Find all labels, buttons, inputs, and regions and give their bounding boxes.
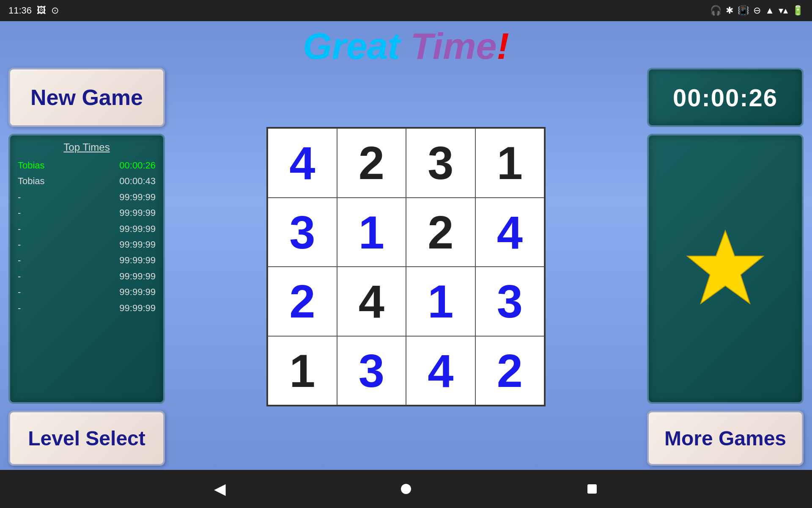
times-row: Tobias00:00:43 bbox=[18, 173, 156, 189]
sync-icon: ⊙ bbox=[51, 5, 59, 16]
times-value: 99:99:99 bbox=[119, 221, 156, 237]
more-games-label: More Games bbox=[664, 427, 786, 450]
svg-marker-0 bbox=[687, 231, 763, 304]
times-row: -99:99:99 bbox=[18, 237, 156, 252]
times-row: -99:99:99 bbox=[18, 221, 156, 237]
back-icon: ◀ bbox=[214, 480, 226, 498]
left-panel: New Game Top Times Tobias00:00:26Tobias0… bbox=[8, 68, 165, 466]
times-row: -99:99:99 bbox=[18, 284, 156, 300]
grid-cell[interactable]: 4 bbox=[475, 198, 545, 267]
times-value: 99:99:99 bbox=[119, 268, 156, 284]
times-list: Tobias00:00:26Tobias00:00:43-99:99:99-99… bbox=[18, 157, 156, 316]
times-name: - bbox=[18, 268, 21, 284]
grid-container: 4231312424131342 bbox=[173, 68, 639, 466]
grid-cell[interactable]: 2 bbox=[268, 267, 337, 336]
status-bar-right: 🎧 ✱ 📳 ⊖ ▲ ▾▴ 🔋 bbox=[710, 5, 804, 16]
battery-icon: 🔋 bbox=[792, 5, 804, 16]
times-value: 99:99:99 bbox=[119, 237, 156, 252]
times-name: - bbox=[18, 205, 21, 221]
times-name: Tobias bbox=[18, 157, 45, 173]
grid-cell[interactable]: 1 bbox=[337, 198, 406, 267]
timer-display: 00:00:26 bbox=[673, 83, 778, 112]
grid-cell[interactable]: 2 bbox=[337, 128, 406, 198]
level-select-label: Level Select bbox=[28, 427, 145, 450]
times-value: 99:99:99 bbox=[119, 189, 156, 205]
grid-cell[interactable]: 2 bbox=[475, 336, 545, 406]
times-name: - bbox=[18, 189, 21, 205]
new-game-button[interactable]: New Game bbox=[8, 68, 165, 127]
time-display: 11:36 bbox=[8, 5, 32, 16]
game-title: Great Time! bbox=[303, 25, 509, 68]
grid-cell[interactable]: 4 bbox=[268, 128, 337, 198]
photo-icon: 🖼 bbox=[37, 5, 46, 16]
times-row: -99:99:99 bbox=[18, 189, 156, 205]
back-button[interactable]: ◀ bbox=[207, 476, 233, 502]
times-row: -99:99:99 bbox=[18, 252, 156, 268]
times-value: 99:99:99 bbox=[119, 205, 156, 221]
sudoku-grid: 4231312424131342 bbox=[266, 127, 546, 406]
times-name: - bbox=[18, 237, 21, 252]
recent-icon bbox=[587, 484, 597, 494]
home-icon bbox=[401, 484, 411, 494]
top-times-title: Top Times bbox=[18, 141, 156, 153]
right-panel: 00:00:26 More Games bbox=[647, 68, 804, 466]
times-row: -99:99:99 bbox=[18, 268, 156, 284]
title-great: Great bbox=[303, 25, 400, 67]
top-times-panel: Top Times Tobias00:00:26Tobias00:00:43-9… bbox=[8, 134, 165, 404]
title-area: Great Time! bbox=[0, 21, 812, 68]
grid-cell[interactable]: 3 bbox=[337, 336, 406, 406]
grid-cell[interactable]: 1 bbox=[475, 128, 545, 198]
grid-cell[interactable]: 4 bbox=[406, 336, 475, 406]
grid-cell[interactable]: 4 bbox=[337, 267, 406, 336]
grid-cell[interactable]: 1 bbox=[268, 336, 337, 406]
times-value: 99:99:99 bbox=[119, 284, 156, 300]
times-value: 00:00:43 bbox=[119, 173, 156, 189]
more-games-button[interactable]: More Games bbox=[647, 411, 804, 466]
star-panel bbox=[647, 134, 804, 404]
main-content: Great Time! New Game Top Times Tobias00:… bbox=[0, 21, 812, 470]
times-row: -99:99:99 bbox=[18, 300, 156, 316]
recent-button[interactable] bbox=[579, 476, 605, 502]
nav-bar: ◀ bbox=[0, 470, 812, 508]
title-exclaim: ! bbox=[497, 25, 509, 67]
times-name: - bbox=[18, 300, 21, 316]
grid-cell[interactable]: 3 bbox=[406, 128, 475, 198]
star-icon bbox=[683, 226, 768, 311]
times-name: Tobias bbox=[18, 173, 45, 189]
times-value: 99:99:99 bbox=[119, 300, 156, 316]
headphone-icon: 🎧 bbox=[710, 5, 721, 16]
status-bar-left: 11:36 🖼 ⊙ bbox=[8, 5, 59, 16]
wifi-icon: ▾▴ bbox=[779, 5, 788, 16]
title-time: Time bbox=[411, 25, 497, 67]
grid-cell[interactable]: 3 bbox=[475, 267, 545, 336]
times-value: 99:99:99 bbox=[119, 252, 156, 268]
home-button[interactable] bbox=[393, 476, 419, 502]
game-area: New Game Top Times Tobias00:00:26Tobias0… bbox=[0, 68, 812, 470]
minus-circle-icon: ⊖ bbox=[753, 5, 761, 16]
grid-cell[interactable]: 3 bbox=[268, 198, 337, 267]
level-select-button[interactable]: Level Select bbox=[8, 411, 165, 466]
signal-icon: ▲ bbox=[765, 5, 774, 16]
title-space bbox=[400, 25, 410, 67]
status-bar: 11:36 🖼 ⊙ 🎧 ✱ 📳 ⊖ ▲ ▾▴ 🔋 bbox=[0, 0, 812, 21]
times-row: Tobias00:00:26 bbox=[18, 157, 156, 173]
times-name: - bbox=[18, 221, 21, 237]
bluetooth-icon: ✱ bbox=[726, 5, 733, 16]
times-value: 00:00:26 bbox=[119, 157, 156, 173]
times-name: - bbox=[18, 284, 21, 300]
grid-cell[interactable]: 1 bbox=[406, 267, 475, 336]
times-name: - bbox=[18, 252, 21, 268]
times-row: -99:99:99 bbox=[18, 205, 156, 221]
vibrate-icon: 📳 bbox=[738, 5, 749, 16]
timer-panel: 00:00:26 bbox=[647, 68, 804, 127]
grid-cell[interactable]: 2 bbox=[406, 198, 475, 267]
new-game-label: New Game bbox=[30, 85, 143, 110]
